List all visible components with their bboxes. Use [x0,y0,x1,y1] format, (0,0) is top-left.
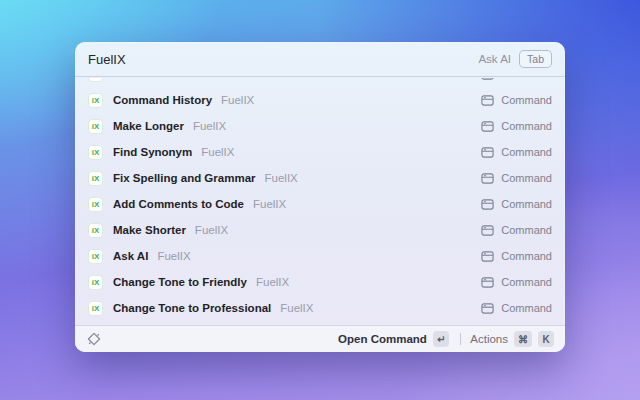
fuelix-app-icon: iX [88,275,103,290]
list-item-accessory: Command [481,224,552,237]
list-item-accessory: Command [481,302,552,315]
fuelix-app-icon: iX [88,249,103,264]
list-item[interactable]: iX Find Synonym FuelIX Command [75,139,565,165]
list-item-accessory: Command [481,146,552,159]
list-item-subtitle: FuelIX [195,224,228,236]
list-item-title: Change Tone to Professional [113,302,271,314]
list-item-type-label: Command [501,172,552,184]
footer-shortcuts: Open Command ↵ Actions ⌘ K [338,331,554,347]
command-window-icon [481,224,494,237]
tab-key-badge: Tab [519,50,552,69]
list-item-title: Change Tone to Friendly [113,276,247,288]
list-item[interactable]: iX Make Shorter FuelIX Command [75,217,565,243]
list-item[interactable]: iX Change Tone to Friendly FuelIX Comman… [75,269,565,295]
command-window-icon [481,146,494,159]
list-item-title: Make Shorter [113,224,186,236]
fuelix-app-icon: iX [88,301,103,316]
command-window-icon [481,172,494,185]
list-item-subtitle: FuelIX [221,94,254,106]
list-item-accessory: Command [481,172,552,185]
fuelix-app-icon: iX [88,78,103,82]
command-window-icon [481,276,494,289]
fuelix-app-icon: iX [88,145,103,160]
command-window-icon [481,302,494,315]
list-item-title: Ask About Selected Text [113,78,247,80]
list-item[interactable]: iX Change Tone to Professional FuelIX Co… [75,295,565,321]
list-item-title: Find Synonym [113,146,192,158]
list-item-type-label: Command [501,276,552,288]
list-item-type-label: Command [501,302,552,314]
list-item-type-label: Command [501,198,552,210]
command-window-icon [481,250,494,263]
command-list-viewport: iX Ask About Selected Text FuelIX Comman… [75,78,565,325]
command-window-icon [481,120,494,133]
search-input[interactable] [88,52,478,67]
footer-divider [460,333,461,345]
list-item-accessory: Command [481,78,552,81]
list-item-accessory: Command [481,94,552,107]
list-item-subtitle: FuelIX [201,146,234,158]
list-item-accessory: Command [481,120,552,133]
command-window-icon [481,94,494,107]
list-item[interactable]: iX Fix Spelling and Grammar FuelIX Comma… [75,165,565,191]
list-item[interactable]: iX Ask About Selected Text FuelIX Comman… [75,78,565,87]
list-item-accessory: Command [481,276,552,289]
list-item-title: Make Longer [113,120,184,132]
list-item-subtitle: FuelIX [253,198,286,210]
list-item-title: Fix Spelling and Grammar [113,172,256,184]
list-item-type-label: Command [501,224,552,236]
list-item[interactable]: iX Make Longer FuelIX Command [75,113,565,139]
list-item-subtitle: FuelIX [157,250,190,262]
list-item-title: Ask AI [113,250,148,262]
list-item[interactable]: iX Ask AI FuelIX Command [75,243,565,269]
command-palette-window: Ask AI Tab iX Ask About Selected Text Fu… [75,42,565,352]
k-key-badge: K [538,331,554,347]
list-item-subtitle: FuelIX [280,302,313,314]
raycast-logo-icon [86,331,102,347]
list-item-title: Command History [113,94,212,106]
cmd-key-badge: ⌘ [514,331,532,347]
open-command-button[interactable]: Open Command [338,333,427,345]
list-item-accessory: Command [481,250,552,263]
fuelix-app-icon: iX [88,197,103,212]
list-item-type-label: Command [501,94,552,106]
list-item-accessory: Command [481,198,552,211]
list-item-subtitle: FuelIX [256,276,289,288]
list-item-title: Add Comments to Code [113,198,244,210]
footer-action-bar: Open Command ↵ Actions ⌘ K [75,325,565,352]
return-key-badge: ↵ [433,331,449,347]
list-item[interactable]: iX Command History FuelIX Command [75,87,565,113]
list-item-type-label: Command [501,146,552,158]
list-item-subtitle: FuelIX [265,172,298,184]
fuelix-app-icon: iX [88,171,103,186]
command-window-icon [481,198,494,211]
list-item[interactable]: iX Add Comments to Code FuelIX Command [75,191,565,217]
list-item-type-label: Command [501,120,552,132]
fuelix-app-icon: iX [88,119,103,134]
fuelix-app-icon: iX [88,223,103,238]
fuelix-app-icon: iX [88,93,103,108]
search-bar: Ask AI Tab [75,42,565,77]
command-list: iX Ask About Selected Text FuelIX Comman… [75,78,565,321]
command-window-icon [481,78,494,81]
list-item-type-label: Command [501,250,552,262]
list-item-subtitle: FuelIX [256,78,289,80]
list-item-subtitle: FuelIX [193,120,226,132]
list-item-type-label: Command [501,78,552,80]
actions-button[interactable]: Actions [470,333,508,345]
ask-ai-hint: Ask AI [478,53,511,65]
